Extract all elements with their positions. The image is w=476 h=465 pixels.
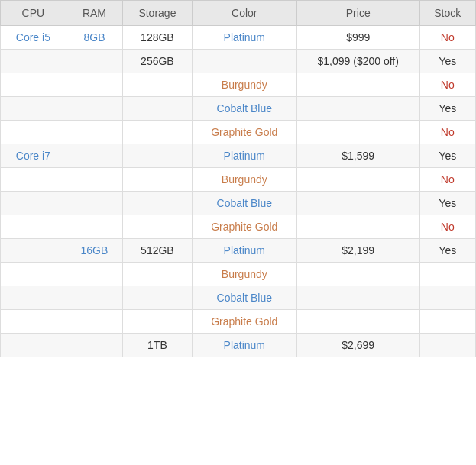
cell-price — [296, 97, 419, 121]
cell-ram — [66, 73, 122, 97]
cell-price — [296, 73, 419, 97]
cell-stock: Yes — [419, 239, 475, 263]
cell-price — [296, 286, 419, 310]
header-ram: RAM — [66, 1, 122, 26]
cell-ram — [66, 168, 122, 192]
cell-stock: No — [419, 168, 475, 192]
cell-ram — [66, 121, 122, 144]
header-price: Price — [296, 1, 419, 26]
cell-storage — [123, 286, 193, 310]
cell-price — [296, 121, 419, 144]
cell-color: Platinum — [192, 334, 296, 357]
cell-storage: 128GB — [123, 26, 193, 50]
cell-stock: Yes — [419, 144, 475, 168]
cell-stock — [419, 263, 475, 286]
cell-cpu: Core i7 — [1, 144, 66, 168]
cell-cpu — [1, 334, 66, 357]
cell-price: $2,699 — [296, 334, 419, 357]
cell-price — [296, 168, 419, 192]
cell-price: $1,099 ($200 off) — [296, 50, 419, 73]
cell-ram — [66, 215, 122, 239]
cell-ram: 16GB — [66, 239, 122, 263]
cell-stock: No — [419, 73, 475, 97]
cell-storage — [123, 263, 193, 286]
cell-color: Cobalt Blue — [192, 97, 296, 121]
cell-color: Platinum — [192, 144, 296, 168]
header-cpu: CPU — [1, 1, 66, 26]
cell-price — [296, 263, 419, 286]
cell-color: Graphite Gold — [192, 121, 296, 144]
cell-stock — [419, 334, 475, 357]
cell-storage — [123, 310, 193, 334]
cell-price: $1,599 — [296, 144, 419, 168]
cell-storage — [123, 168, 193, 192]
cell-ram — [66, 263, 122, 286]
cell-storage — [123, 121, 193, 144]
cell-price — [296, 310, 419, 334]
cell-storage: 1TB — [123, 334, 193, 357]
table-row: Burgundy — [1, 263, 476, 286]
cell-color: Cobalt Blue — [192, 286, 296, 310]
cell-color: Graphite Gold — [192, 215, 296, 239]
cell-color: Burgundy — [192, 263, 296, 286]
cell-stock: No — [419, 26, 475, 50]
table-row: Cobalt BlueYes — [1, 97, 476, 121]
cell-storage — [123, 192, 193, 215]
cell-ram — [66, 334, 122, 357]
cell-color: Burgundy — [192, 73, 296, 97]
table-row: 1TBPlatinum$2,699 — [1, 334, 476, 357]
cell-cpu — [1, 73, 66, 97]
cell-cpu — [1, 215, 66, 239]
cell-stock: No — [419, 215, 475, 239]
cell-color: Graphite Gold — [192, 310, 296, 334]
table-row: Cobalt Blue — [1, 286, 476, 310]
table-row: Graphite GoldNo — [1, 215, 476, 239]
table-row: BurgundyNo — [1, 168, 476, 192]
table-row: Graphite GoldNo — [1, 121, 476, 144]
cell-cpu — [1, 97, 66, 121]
cell-stock: No — [419, 121, 475, 144]
cell-cpu — [1, 50, 66, 73]
cell-storage: 256GB — [123, 50, 193, 73]
cell-price — [296, 215, 419, 239]
cell-cpu — [1, 239, 66, 263]
cell-stock — [419, 286, 475, 310]
cell-stock — [419, 310, 475, 334]
header-storage: Storage — [123, 1, 193, 26]
cell-cpu: Core i5 — [1, 26, 66, 50]
cell-ram — [66, 286, 122, 310]
table-row: Core i58GB128GBPlatinum$999No — [1, 26, 476, 50]
cell-ram — [66, 50, 122, 73]
cell-storage — [123, 215, 193, 239]
cell-stock: Yes — [419, 192, 475, 215]
cell-storage: 512GB — [123, 239, 193, 263]
table-row: BurgundyNo — [1, 73, 476, 97]
product-table: CPU RAM Storage Color Price Stock Core i… — [0, 0, 476, 357]
cell-storage — [123, 97, 193, 121]
cell-cpu — [1, 286, 66, 310]
cell-price — [296, 192, 419, 215]
cell-price: $999 — [296, 26, 419, 50]
cell-price: $2,199 — [296, 239, 419, 263]
cell-ram — [66, 310, 122, 334]
cell-color: Cobalt Blue — [192, 192, 296, 215]
cell-ram — [66, 192, 122, 215]
table-row: Cobalt BlueYes — [1, 192, 476, 215]
cell-ram — [66, 97, 122, 121]
cell-storage — [123, 144, 193, 168]
cell-color — [192, 50, 296, 73]
cell-cpu — [1, 263, 66, 286]
cell-color: Burgundy — [192, 168, 296, 192]
header-stock: Stock — [419, 1, 475, 26]
cell-stock: Yes — [419, 97, 475, 121]
cell-storage — [123, 73, 193, 97]
cell-cpu — [1, 121, 66, 144]
cell-stock: Yes — [419, 50, 475, 73]
cell-ram — [66, 144, 122, 168]
table-row: 256GB$1,099 ($200 off)Yes — [1, 50, 476, 73]
cell-cpu — [1, 168, 66, 192]
header-color: Color — [192, 1, 296, 26]
cell-cpu — [1, 310, 66, 334]
cell-color: Platinum — [192, 239, 296, 263]
cell-cpu — [1, 192, 66, 215]
